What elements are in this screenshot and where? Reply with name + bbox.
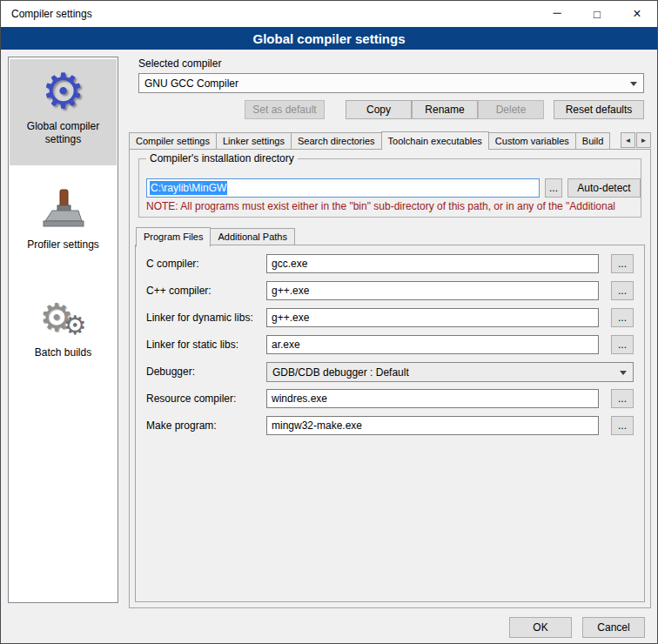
static-linker-label: Linker for static libs: <box>146 335 238 354</box>
ok-button[interactable]: OK <box>509 617 572 638</box>
close-icon: × <box>633 6 641 22</box>
tab-linker-settings[interactable]: Linker settings <box>216 132 292 150</box>
make-program-browse-button[interactable]: ... <box>611 416 634 435</box>
tab-scroll-right-icon[interactable]: ► <box>636 132 651 148</box>
installation-directory-input[interactable]: C:\raylib\MinGW <box>146 178 540 198</box>
rename-button[interactable]: Rename <box>412 100 478 119</box>
c-compiler-row: C compiler: gcc.exe ... <box>136 254 644 273</box>
tabs-scroller: Compiler settings Linker settings Search… <box>129 131 619 150</box>
auto-detect-button[interactable]: Auto-detect <box>567 178 641 198</box>
window-title: Compiler settings <box>1 8 92 20</box>
copy-button[interactable]: Copy <box>346 100 412 119</box>
cpp-compiler-browse-button[interactable]: ... <box>611 281 634 300</box>
reset-defaults-button[interactable]: Reset defaults <box>554 100 644 119</box>
toolchain-executables-panel: Compiler's installation directory C:\ray… <box>129 149 651 608</box>
static-linker-browse-button[interactable]: ... <box>611 335 634 354</box>
minimize-button[interactable]: ─ <box>537 1 577 27</box>
sidebar-item-global-compiler-settings[interactable]: ⚙ Global compiler settings <box>10 59 117 165</box>
compiler-settings-window: Compiler settings ─ □ × Global compiler … <box>0 0 658 644</box>
close-button[interactable]: × <box>617 1 657 27</box>
c-compiler-label: C compiler: <box>146 254 199 273</box>
cpp-compiler-input[interactable]: g++.exe <box>266 281 599 300</box>
cpp-compiler-label: C++ compiler: <box>146 281 212 300</box>
gear-icon: ⚙ <box>10 64 117 118</box>
resource-compiler-input[interactable]: windres.exe <box>266 389 599 408</box>
settings-category-list: ⚙ Global compiler settings Profiler sett… <box>8 57 118 603</box>
main-panel: Selected compiler GNU GCC Compiler Set a… <box>128 50 652 612</box>
c-compiler-browse-button[interactable]: ... <box>611 254 634 273</box>
static-linker-input[interactable]: ar.exe <box>266 335 599 354</box>
installation-directory-group-title: Compiler's installation directory <box>146 152 298 164</box>
dynamic-linker-browse-button[interactable]: ... <box>611 308 634 327</box>
profiler-icon <box>10 183 117 237</box>
minimize-icon: ─ <box>553 6 561 19</box>
selected-compiler-label: Selected compiler <box>138 57 221 70</box>
resource-compiler-label: Resource compiler: <box>146 389 236 408</box>
debugger-value: GDB/CDB debugger : Default <box>272 366 409 379</box>
selected-compiler-dropdown[interactable]: GNU GCC Compiler <box>138 73 644 93</box>
batch-builds-icon: ⚙⚙ <box>10 291 117 345</box>
tab-additional-paths[interactable]: Additional Paths <box>210 228 295 245</box>
debugger-label: Debugger: <box>146 362 195 381</box>
make-program-label: Make program: <box>146 416 217 435</box>
c-compiler-input[interactable]: gcc.exe <box>266 254 599 273</box>
bin-subdirectory-note: NOTE: All programs must exist either in … <box>146 200 639 212</box>
make-program-input[interactable]: mingw32-make.exe <box>266 416 599 435</box>
installation-directory-group: Compiler's installation directory C:\ray… <box>138 158 641 218</box>
debugger-row: Debugger: GDB/CDB debugger : Default <box>136 362 644 381</box>
tab-build-options[interactable]: Build <box>575 132 610 150</box>
delete-button[interactable]: Delete <box>478 100 544 119</box>
cancel-button[interactable]: Cancel <box>582 617 645 638</box>
program-files-panel: C compiler: gcc.exe ... C++ compiler: g+… <box>135 245 645 602</box>
tab-search-directories[interactable]: Search directories <box>291 132 382 150</box>
tab-scroll-buttons: ◄ ► <box>621 132 651 148</box>
maximize-icon: □ <box>594 8 601 21</box>
window-controls: ─ □ × <box>537 1 657 27</box>
sidebar-item-batch-builds[interactable]: ⚙⚙ Batch builds <box>10 285 117 369</box>
titlebar: Compiler settings ─ □ × <box>1 1 657 27</box>
cpp-compiler-row: C++ compiler: g++.exe ... <box>136 281 644 300</box>
sidebar-item-label: Global compiler settings <box>10 118 117 146</box>
program-files-tabstrip: Program Files Additional Paths <box>136 226 644 245</box>
tab-program-files[interactable]: Program Files <box>136 227 211 247</box>
resource-compiler-browse-button[interactable]: ... <box>611 389 634 408</box>
dynamic-linker-label: Linker for dynamic libs: <box>146 308 253 327</box>
maximize-button[interactable]: □ <box>577 1 617 27</box>
dynamic-linker-input[interactable]: g++.exe <box>266 308 599 327</box>
make-program-row: Make program: mingw32-make.exe ... <box>136 416 644 435</box>
static-linker-row: Linker for static libs: ar.exe ... <box>136 335 644 354</box>
set-as-default-button[interactable]: Set as default <box>245 100 325 119</box>
selected-compiler-value: GNU GCC Compiler <box>144 77 238 90</box>
resource-compiler-row: Resource compiler: windres.exe ... <box>136 389 644 408</box>
tab-toolchain-executables[interactable]: Toolchain executables <box>381 131 489 150</box>
tab-compiler-settings[interactable]: Compiler settings <box>129 132 217 150</box>
tab-custom-variables[interactable]: Custom variables <box>488 132 576 150</box>
sidebar-item-profiler-settings[interactable]: Profiler settings <box>10 178 117 261</box>
debugger-dropdown[interactable]: GDB/CDB debugger : Default <box>266 362 634 382</box>
compiler-actions: Set as default Copy Rename Delete Reset … <box>138 100 644 119</box>
dynamic-linker-row: Linker for dynamic libs: g++.exe ... <box>136 308 644 327</box>
sidebar-item-label: Batch builds <box>10 345 117 359</box>
browse-directory-button[interactable]: ... <box>545 178 562 198</box>
installation-directory-value: C:\raylib\MinGW <box>150 181 227 195</box>
settings-tabstrip: Compiler settings Linker settings Search… <box>129 131 651 150</box>
page-title: Global compiler settings <box>1 27 657 50</box>
tab-scroll-left-icon[interactable]: ◄ <box>621 132 635 148</box>
sidebar-item-label: Profiler settings <box>10 237 117 252</box>
